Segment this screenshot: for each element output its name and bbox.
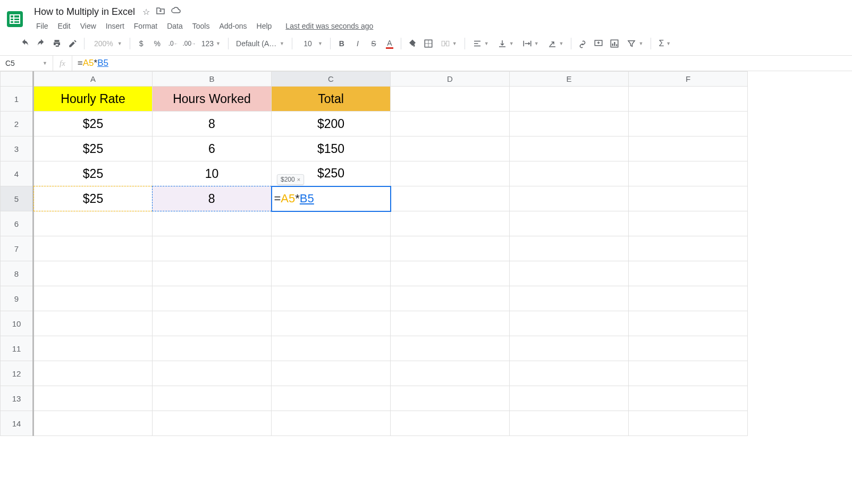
cell-b3[interactable]: 6 bbox=[153, 136, 272, 161]
cell-b6[interactable] bbox=[153, 211, 272, 236]
cell-a1[interactable]: Hourly Rate bbox=[33, 87, 153, 112]
text-wrap-dropdown[interactable]: ▼ bbox=[519, 39, 542, 48]
vertical-align-dropdown[interactable]: ▼ bbox=[494, 39, 517, 48]
cell-b4[interactable]: 10 bbox=[153, 161, 272, 186]
cell-c12[interactable] bbox=[272, 361, 391, 386]
cell-d12[interactable] bbox=[391, 361, 510, 386]
cell-d14[interactable] bbox=[391, 411, 510, 436]
move-icon[interactable] bbox=[156, 7, 165, 17]
row-header-8[interactable]: 8 bbox=[1, 261, 33, 286]
close-icon[interactable]: × bbox=[297, 176, 300, 183]
row-header-11[interactable]: 11 bbox=[1, 336, 33, 361]
cell-b9[interactable] bbox=[153, 286, 272, 311]
cell-c7[interactable] bbox=[272, 236, 391, 261]
cell-b11[interactable] bbox=[153, 336, 272, 361]
cell-d9[interactable] bbox=[391, 286, 510, 311]
increase-decimal-button[interactable]: .00→ bbox=[182, 36, 196, 51]
row-header-5[interactable]: 5 bbox=[1, 186, 33, 211]
row-header-7[interactable]: 7 bbox=[1, 236, 33, 261]
font-size-dropdown[interactable]: 10▼ bbox=[297, 39, 326, 48]
cell-a4[interactable]: $25 bbox=[33, 161, 153, 186]
cell-a5[interactable]: $25 bbox=[33, 186, 153, 211]
col-header-e[interactable]: E bbox=[510, 72, 629, 87]
col-header-b[interactable]: B bbox=[153, 72, 272, 87]
print-button[interactable] bbox=[50, 36, 64, 51]
cell-b2[interactable]: 8 bbox=[153, 112, 272, 136]
cell-c8[interactable] bbox=[272, 261, 391, 286]
cell-e11[interactable] bbox=[510, 336, 629, 361]
select-all-corner[interactable] bbox=[1, 72, 33, 87]
cell-d10[interactable] bbox=[391, 311, 510, 336]
zoom-dropdown[interactable]: 200%▼ bbox=[89, 39, 125, 48]
cell-a7[interactable] bbox=[33, 236, 153, 261]
cell-d5[interactable] bbox=[391, 186, 510, 211]
number-format-dropdown[interactable]: 123▼ bbox=[198, 39, 224, 48]
menu-data[interactable]: Data bbox=[163, 20, 187, 32]
cell-d8[interactable] bbox=[391, 261, 510, 286]
cell-c5[interactable]: =A5*B5 bbox=[272, 186, 391, 211]
formula-input[interactable]: =A5*B5 bbox=[72, 58, 852, 69]
menu-edit[interactable]: Edit bbox=[54, 20, 75, 32]
currency-button[interactable]: $ bbox=[134, 36, 148, 51]
italic-button[interactable]: I bbox=[351, 36, 365, 51]
cell-a3[interactable]: $25 bbox=[33, 136, 153, 161]
undo-button[interactable] bbox=[18, 36, 32, 51]
cell-e8[interactable] bbox=[510, 261, 629, 286]
cell-f6[interactable] bbox=[629, 211, 748, 236]
cell-f11[interactable] bbox=[629, 336, 748, 361]
insert-chart-button[interactable] bbox=[608, 36, 621, 51]
cell-e10[interactable] bbox=[510, 311, 629, 336]
cell-d13[interactable] bbox=[391, 386, 510, 411]
cell-a9[interactable] bbox=[33, 286, 153, 311]
cell-f1[interactable] bbox=[629, 87, 748, 112]
cell-c6[interactable] bbox=[272, 211, 391, 236]
row-header-3[interactable]: 3 bbox=[1, 136, 33, 161]
cell-a14[interactable] bbox=[33, 411, 153, 436]
row-header-13[interactable]: 13 bbox=[1, 386, 33, 411]
menu-tools[interactable]: Tools bbox=[188, 20, 214, 32]
cell-b12[interactable] bbox=[153, 361, 272, 386]
text-color-button[interactable]: A bbox=[383, 36, 397, 51]
cell-f4[interactable] bbox=[629, 161, 748, 186]
cell-f3[interactable] bbox=[629, 136, 748, 161]
cell-d6[interactable] bbox=[391, 211, 510, 236]
cell-c10[interactable] bbox=[272, 311, 391, 336]
cell-e5[interactable] bbox=[510, 186, 629, 211]
cell-a11[interactable] bbox=[33, 336, 153, 361]
row-header-6[interactable]: 6 bbox=[1, 211, 33, 236]
cell-d2[interactable] bbox=[391, 112, 510, 136]
cell-c2[interactable]: $200 bbox=[272, 112, 391, 136]
row-header-4[interactable]: 4 bbox=[1, 161, 33, 186]
cell-f5[interactable] bbox=[629, 186, 748, 211]
cell-c3[interactable]: $150 bbox=[272, 136, 391, 161]
decrease-decimal-button[interactable]: .0← bbox=[166, 36, 180, 51]
name-box[interactable]: C5 ▼ bbox=[0, 56, 53, 71]
col-header-d[interactable]: D bbox=[391, 72, 510, 87]
row-header-1[interactable]: 1 bbox=[1, 87, 33, 112]
cell-a6[interactable] bbox=[33, 211, 153, 236]
cell-c1[interactable]: Total bbox=[272, 87, 391, 112]
cell-c14[interactable] bbox=[272, 411, 391, 436]
cell-e1[interactable] bbox=[510, 87, 629, 112]
cell-b7[interactable] bbox=[153, 236, 272, 261]
font-family-dropdown[interactable]: Default (Ari...▼ bbox=[233, 39, 288, 48]
cell-c13[interactable] bbox=[272, 386, 391, 411]
cell-d11[interactable] bbox=[391, 336, 510, 361]
menu-help[interactable]: Help bbox=[252, 20, 276, 32]
last-edit-link[interactable]: Last edit was seconds ago bbox=[281, 20, 377, 32]
cell-e4[interactable] bbox=[510, 161, 629, 186]
cell-a10[interactable] bbox=[33, 311, 153, 336]
sheets-logo[interactable] bbox=[4, 8, 26, 30]
col-header-f[interactable]: F bbox=[629, 72, 748, 87]
cell-f13[interactable] bbox=[629, 386, 748, 411]
cell-e7[interactable] bbox=[510, 236, 629, 261]
cell-b1[interactable]: Hours Worked bbox=[153, 87, 272, 112]
fill-color-button[interactable] bbox=[406, 36, 419, 51]
cell-e13[interactable] bbox=[510, 386, 629, 411]
horizontal-align-dropdown[interactable]: ▼ bbox=[469, 39, 492, 48]
strikethrough-button[interactable]: S bbox=[367, 36, 381, 51]
cell-f2[interactable] bbox=[629, 112, 748, 136]
cell-d3[interactable] bbox=[391, 136, 510, 161]
cell-f8[interactable] bbox=[629, 261, 748, 286]
paint-format-button[interactable] bbox=[66, 36, 80, 51]
